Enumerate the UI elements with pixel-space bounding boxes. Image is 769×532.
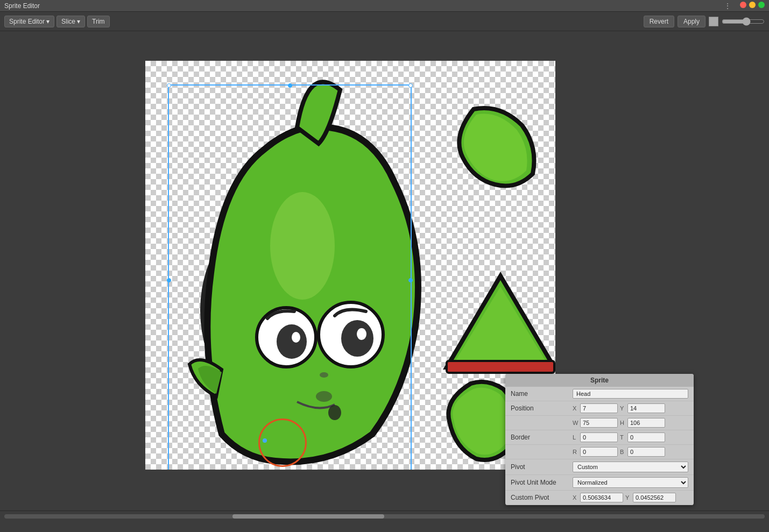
border-lt-fields: L T xyxy=(573,432,688,442)
scroll-track[interactable] xyxy=(4,514,765,519)
position-y-input[interactable] xyxy=(627,403,665,413)
pivot-x-letter: X xyxy=(573,494,579,501)
window-maximize-button[interactable] xyxy=(758,2,765,8)
y-field-group: Y xyxy=(620,403,665,413)
pivot-y-letter: Y xyxy=(625,494,632,501)
scroll-thumb[interactable] xyxy=(232,514,385,519)
b-field-group: B xyxy=(620,447,665,457)
size-w-input[interactable] xyxy=(580,418,618,428)
pivot-select[interactable]: Custom Center Top Left Top Top Right Lef… xyxy=(573,462,688,472)
custom-pivot-x-input[interactable] xyxy=(580,493,623,502)
custom-pivot-y-input[interactable] xyxy=(633,493,676,502)
toolbar-right: Revert Apply xyxy=(644,16,765,27)
position-row: Position X Y xyxy=(505,401,694,416)
slice-menu[interactable]: Slice ▾ xyxy=(57,16,85,27)
custom-pivot-row: Custom Pivot X Y xyxy=(505,491,694,505)
bottom-scrollbar xyxy=(0,510,769,521)
toolbar: Sprite Editor ▾ Slice ▾ Trim Revert Appl… xyxy=(0,12,769,31)
l-letter: L xyxy=(573,434,579,441)
svg-point-9 xyxy=(316,391,332,402)
dots-icon: ⋮ xyxy=(724,2,731,10)
svg-point-8 xyxy=(320,372,328,378)
r-letter: R xyxy=(573,449,579,455)
canvas-area: Sprite Name Position X Y xyxy=(0,31,769,521)
title-bar: Sprite Editor ⋮ xyxy=(0,0,769,12)
t-letter: T xyxy=(620,434,626,441)
sprite-illustration xyxy=(145,61,555,470)
pivot-unit-mode-row: Pivot Unit Mode Normalized Pixels xyxy=(505,475,694,491)
position-x-input[interactable] xyxy=(580,403,618,413)
border-l-input[interactable] xyxy=(580,432,618,442)
window-close-button[interactable] xyxy=(740,2,746,8)
t-field-group: T xyxy=(620,432,665,442)
border-row-lt: Border L T xyxy=(505,430,694,445)
pivot-y-field-group: Y xyxy=(625,493,676,502)
name-label: Name xyxy=(511,390,573,398)
panel-title: Sprite xyxy=(505,374,694,387)
zoom-slider[interactable] xyxy=(722,17,765,26)
svg-point-10 xyxy=(328,405,341,420)
svg-rect-11 xyxy=(447,361,554,373)
properties-panel: Sprite Name Position X Y xyxy=(505,374,694,505)
svg-point-6 xyxy=(341,320,373,357)
svg-point-5 xyxy=(292,332,300,343)
position-label: Position xyxy=(511,405,573,412)
border-row-rb: R B xyxy=(505,445,694,459)
border-label: Border xyxy=(511,434,573,441)
pivot-x-field-group: X xyxy=(573,493,623,502)
h-letter: H xyxy=(620,420,626,426)
dropdown-arrow-icon: ▾ xyxy=(77,18,80,25)
r-field-group: R xyxy=(573,447,618,457)
border-t-input[interactable] xyxy=(627,432,665,442)
pivot-fields: Custom Center Top Left Top Top Right Lef… xyxy=(573,462,688,472)
pivot-unit-mode-label: Pivot Unit Mode xyxy=(511,479,573,486)
trim-button[interactable]: Trim xyxy=(87,16,110,27)
window-controls: ⋮ xyxy=(724,2,765,10)
x-letter: X xyxy=(573,405,579,412)
border-r-input[interactable] xyxy=(580,447,618,457)
pivot-label: Pivot xyxy=(511,463,573,471)
name-row: Name xyxy=(505,387,694,401)
b-letter: B xyxy=(620,449,626,455)
custom-pivot-label: Custom Pivot xyxy=(511,494,573,501)
size-row: W H xyxy=(505,416,694,430)
w-letter: W xyxy=(573,420,579,426)
pivot-unit-mode-fields: Normalized Pixels xyxy=(573,477,688,488)
window-minimize-button[interactable] xyxy=(749,2,756,8)
dropdown-arrow-icon: ▾ xyxy=(46,18,50,25)
size-h-input[interactable] xyxy=(627,418,665,428)
border-b-input[interactable] xyxy=(627,447,665,457)
revert-button[interactable]: Revert xyxy=(644,16,674,27)
size-fields: W H xyxy=(573,418,688,428)
pivot-row: Pivot Custom Center Top Left Top Top Rig… xyxy=(505,459,694,475)
svg-point-1 xyxy=(270,192,335,300)
color-swatch[interactable] xyxy=(709,17,718,26)
pivot-unit-mode-select[interactable]: Normalized Pixels xyxy=(573,477,688,488)
sprite-editor-menu[interactable]: Sprite Editor ▾ xyxy=(4,16,54,27)
sprite-canvas[interactable] xyxy=(145,61,555,470)
w-field-group: W xyxy=(573,418,618,428)
position-fields: X Y xyxy=(573,403,688,413)
name-fields xyxy=(573,389,688,399)
svg-point-7 xyxy=(357,328,366,340)
name-input[interactable] xyxy=(573,389,688,399)
apply-button[interactable]: Apply xyxy=(678,16,705,27)
h-field-group: H xyxy=(620,418,665,428)
y-letter: Y xyxy=(620,405,626,412)
border-rb-fields: R B xyxy=(573,447,688,457)
title-bar-text: Sprite Editor xyxy=(4,2,40,10)
x-field-group: X xyxy=(573,403,618,413)
svg-point-4 xyxy=(277,324,307,359)
custom-pivot-fields: X Y xyxy=(573,493,688,502)
l-field-group: L xyxy=(573,432,618,442)
